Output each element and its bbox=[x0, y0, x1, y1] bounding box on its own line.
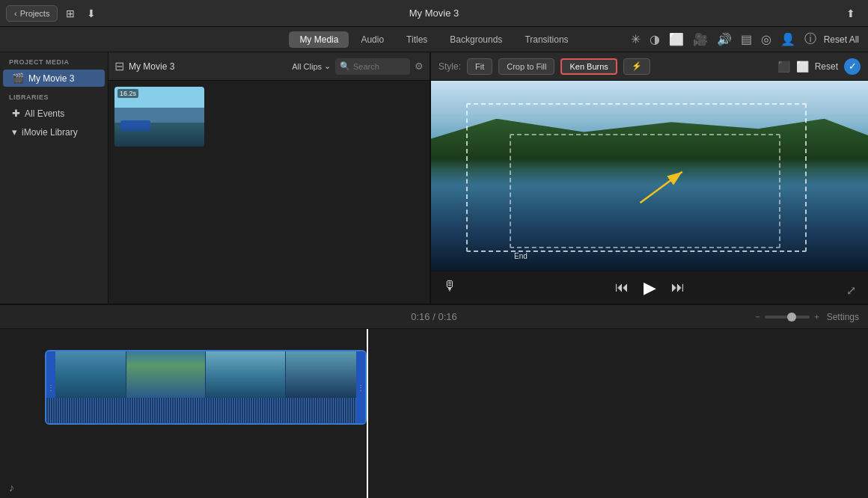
imovie-library-label: iMovie Library bbox=[22, 127, 78, 138]
end-label: End bbox=[514, 252, 528, 260]
preview-panel: Style: Fit Crop to Fill Ken Burns ⚡ ⬛ ⬜ … bbox=[431, 52, 868, 304]
ken-burns-button[interactable]: Ken Burns bbox=[560, 58, 617, 75]
theater-button[interactable]: ⬜ bbox=[796, 61, 809, 73]
playback-controls: ⏮ ▶ ⏭ bbox=[431, 278, 868, 298]
auto-button[interactable]: ⚡ bbox=[623, 58, 650, 75]
dropdown-arrow-icon: ⌄ bbox=[324, 61, 331, 71]
timeline-clip-row: ⋮ ⋮ bbox=[45, 350, 823, 425]
camcorder-stabilize-icon[interactable]: 🎥 bbox=[691, 31, 709, 48]
clip-frame-1 bbox=[46, 351, 126, 398]
toolbar-icons: ✳ ◑ ⬜ 🎥 🔊 ▤ ◎ 👤 ⓘ Reset All bbox=[629, 30, 859, 49]
clip-frame-2 bbox=[126, 351, 207, 398]
top-bar: ‹ Projects ⊞ ⬇ My Movie 3 ⬆ bbox=[0, 0, 868, 27]
tab-my-media[interactable]: My Media bbox=[289, 31, 349, 48]
crop-to-fill-button[interactable]: Crop to Fill bbox=[498, 58, 554, 75]
play-icon: ▶ bbox=[644, 278, 656, 297]
preview-toolbar: Style: Fit Crop to Fill Ken Burns ⚡ ⬛ ⬜ … bbox=[431, 52, 868, 81]
media-content: 16.2s bbox=[109, 81, 430, 304]
libraries-label: LIBRARIES bbox=[0, 87, 108, 104]
playback-wrapper: 🎙 ⏮ ▶ ⏭ ⤢ bbox=[431, 278, 868, 298]
media-panel-toolbar: ⊟ My Movie 3 All Clips ⌄ 🔍 ⚙ bbox=[109, 52, 430, 81]
zoom-track[interactable] bbox=[765, 316, 810, 319]
timeline-header: 0:16 / 0:16 － ＋ Settings bbox=[0, 305, 868, 329]
fullscreen-icon: ⤢ bbox=[846, 284, 856, 297]
main-content: PROJECT MEDIA 🎬 My Movie 3 LIBRARIES ✚ A… bbox=[0, 52, 868, 304]
crop-tool-icon[interactable]: ⬜ bbox=[667, 31, 685, 48]
noise-reduction-icon[interactable]: ◎ bbox=[760, 31, 773, 48]
settings-label[interactable]: Settings bbox=[827, 312, 859, 322]
video-preview: End bbox=[431, 81, 868, 271]
project-media-label: PROJECT MEDIA bbox=[0, 52, 108, 69]
clips-label: All Clips bbox=[292, 62, 322, 71]
clips-dropdown[interactable]: All Clips ⌄ bbox=[292, 61, 331, 71]
zoom-control: － ＋ bbox=[754, 311, 821, 322]
media-panel-title: My Movie 3 bbox=[129, 61, 287, 72]
triangle-icon: ▾ bbox=[12, 126, 17, 138]
projects-label: Projects bbox=[20, 9, 50, 18]
fit-screen-button[interactable]: ⬛ bbox=[777, 61, 790, 73]
zoom-out-icon[interactable]: － bbox=[754, 311, 762, 322]
video-scene: End bbox=[431, 81, 868, 271]
ken-burns-arrow bbox=[632, 176, 692, 201]
reset-button[interactable]: Reset bbox=[815, 61, 838, 72]
skip-forward-icon: ⏭ bbox=[671, 280, 685, 295]
confirm-button[interactable]: ✓ bbox=[844, 58, 861, 75]
timeline-settings: － ＋ Settings bbox=[754, 311, 859, 322]
sidebar-item-imovie-library[interactable]: ▾ iMovie Library bbox=[3, 123, 105, 141]
zoom-in-icon[interactable]: ＋ bbox=[813, 311, 821, 322]
timeline-clip[interactable]: ⋮ ⋮ bbox=[45, 350, 367, 425]
nav-tabs-center: My Media Audio Titles Backgrounds Transi… bbox=[289, 31, 578, 48]
info-icon[interactable]: ⓘ bbox=[803, 30, 818, 49]
mic-button[interactable]: 🎙 bbox=[443, 278, 456, 294]
layout-toggle-button[interactable]: ⊟ bbox=[114, 59, 124, 73]
nav-tabs: My Media Audio Titles Backgrounds Transi… bbox=[0, 27, 868, 52]
sidebar-my-movie-label: My Movie 3 bbox=[28, 73, 74, 84]
zoom-thumb bbox=[787, 313, 796, 322]
search-input[interactable] bbox=[353, 62, 406, 71]
media-thumbnail[interactable]: 16.2s bbox=[114, 87, 204, 147]
top-bar-right: ⬆ bbox=[843, 6, 859, 21]
tab-transitions[interactable]: Transitions bbox=[514, 31, 578, 48]
total-time: 0:16 bbox=[438, 311, 456, 322]
tab-audio[interactable]: Audio bbox=[350, 31, 394, 48]
color-balance-icon[interactable]: ◑ bbox=[648, 31, 661, 48]
face-icon[interactable]: 👤 bbox=[779, 31, 797, 48]
magic-wand-icon[interactable]: ✳ bbox=[629, 31, 642, 48]
mic-icon: 🎙 bbox=[443, 278, 456, 293]
tab-titles[interactable]: Titles bbox=[396, 31, 438, 48]
play-button[interactable]: ▶ bbox=[644, 278, 656, 298]
share-button[interactable]: ⬆ bbox=[843, 6, 859, 21]
media-panel: ⊟ My Movie 3 All Clips ⌄ 🔍 ⚙ 16.2s bbox=[109, 52, 430, 304]
audio-adjust-icon[interactable]: 🔊 bbox=[715, 31, 733, 48]
timeline-playhead[interactable] bbox=[367, 329, 368, 498]
skip-back-button[interactable]: ⏮ bbox=[615, 280, 629, 295]
timeline-body: ⋮ ⋮ ♪ bbox=[0, 329, 868, 498]
sidebar-item-my-movie[interactable]: 🎬 My Movie 3 bbox=[3, 70, 105, 87]
chevron-left-icon: ‹ bbox=[14, 9, 17, 18]
add-clip-button[interactable]: ⊞ bbox=[62, 6, 79, 21]
sidebar-item-all-events[interactable]: ✚ All Events bbox=[3, 105, 105, 122]
plus-icon: ✚ bbox=[12, 108, 20, 119]
skip-forward-button[interactable]: ⏭ bbox=[671, 280, 685, 295]
tab-backgrounds[interactable]: Backgrounds bbox=[439, 31, 513, 48]
timeline-time: 0:16 / 0:16 bbox=[411, 311, 456, 322]
current-time: 0:16 bbox=[411, 311, 430, 322]
fullscreen-button[interactable]: ⤢ bbox=[846, 283, 856, 298]
all-events-label: All Events bbox=[25, 108, 64, 119]
lightning-icon: ⚡ bbox=[632, 61, 642, 71]
clip-frame-4 bbox=[286, 351, 366, 398]
download-button[interactable]: ⬇ bbox=[83, 6, 100, 21]
reset-all-button[interactable]: Reset All bbox=[824, 34, 859, 45]
playback-bar: 🎙 ⏮ ▶ ⏭ ⤢ bbox=[431, 271, 868, 304]
fit-button[interactable]: Fit bbox=[467, 58, 492, 75]
search-settings-button[interactable]: ⚙ bbox=[415, 61, 424, 72]
share-icon: ⬆ bbox=[846, 7, 855, 19]
speed-icon[interactable]: ▤ bbox=[739, 31, 754, 48]
style-label: Style: bbox=[438, 61, 461, 72]
clip-duration: 16.2s bbox=[117, 89, 138, 98]
svg-line-1 bbox=[635, 172, 687, 203]
projects-button[interactable]: ‹ Projects bbox=[6, 5, 58, 22]
clip-handle-right[interactable]: ⋮ bbox=[356, 351, 365, 423]
top-bar-left: ‹ Projects ⊞ ⬇ bbox=[6, 5, 100, 22]
search-icon: 🔍 bbox=[340, 61, 350, 71]
